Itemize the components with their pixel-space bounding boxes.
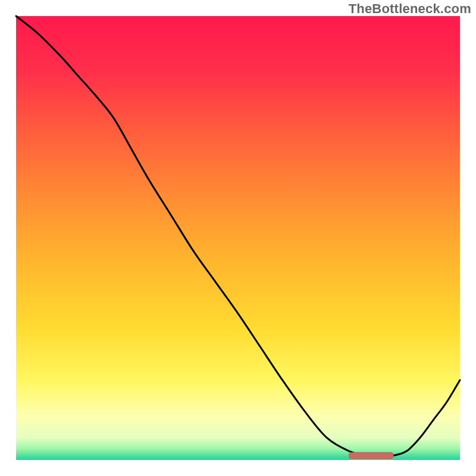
watermark-text: TheBottleneck.com (349, 1, 471, 17)
chart-container: TheBottleneck.com (0, 0, 476, 476)
target-segment-marker (349, 453, 394, 459)
plot-background (16, 16, 460, 460)
bottleneck-chart (0, 0, 476, 476)
